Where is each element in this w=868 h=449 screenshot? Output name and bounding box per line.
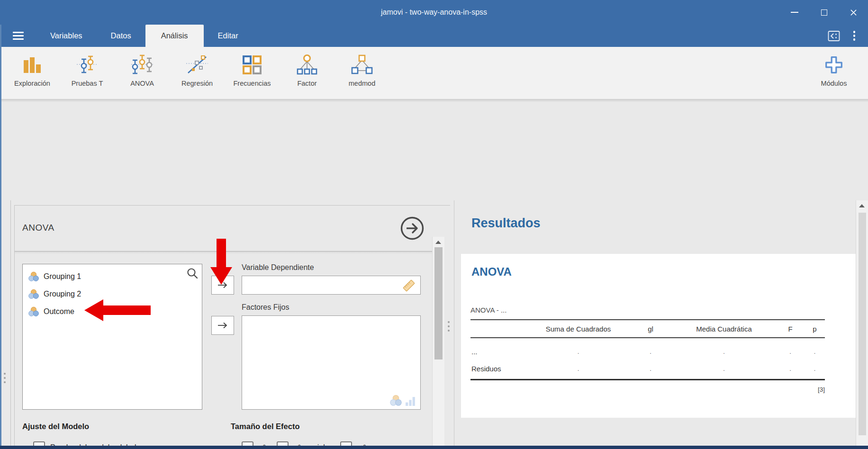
regression-icon <box>186 53 208 77</box>
options-scrollbar-thumb[interactable] <box>434 247 443 359</box>
t-test-icon <box>76 53 99 77</box>
dependent-variable-label: Variable Dependiente <box>242 263 314 272</box>
ribbon-label: Frecuencias <box>234 80 271 87</box>
variable-name: Grouping 2 <box>44 290 81 298</box>
ribbon-anova-button[interactable]: ANOVA <box>115 53 170 87</box>
jamovi-window: jamovi - two-way-anova-in-spss Variables… <box>0 0 868 449</box>
tab-analisis[interactable]: Análisis <box>145 25 204 47</box>
ribbon-label: Pruebas T <box>72 80 103 87</box>
variable-item-grouping-1[interactable]: Grouping 1 <box>23 268 202 285</box>
minimize-icon <box>791 12 798 13</box>
results-vertical-scrollbar[interactable] <box>856 200 868 449</box>
ribbon-regresion-button[interactable]: Regresión <box>170 53 225 87</box>
titlebar: jamovi - two-way-anova-in-spss <box>0 0 868 25</box>
continuous-ruler-icon <box>401 278 416 295</box>
results-toggle-icon <box>828 30 840 42</box>
close-button[interactable] <box>839 0 868 25</box>
table-header-cell: F <box>776 325 805 333</box>
table-cell: Residuos <box>470 365 527 373</box>
model-fit-heading: Ajuste del Modelo <box>22 422 89 431</box>
window-controls <box>780 0 868 25</box>
minimize-button[interactable] <box>780 0 809 25</box>
table-cell: . <box>776 365 805 372</box>
window-bottom-edge <box>0 446 868 449</box>
kebab-menu-icon <box>853 31 856 33</box>
ribbon-label: medmod <box>349 80 375 87</box>
red-annotation-arrow-left <box>84 299 151 321</box>
dependent-variable-box[interactable] <box>242 276 421 295</box>
plus-icon <box>823 53 845 77</box>
tabbar-spacer <box>253 25 823 47</box>
table-cell: . <box>629 348 672 355</box>
nominal-variable-icon <box>389 394 402 407</box>
run-circle-arrow-icon <box>399 216 425 241</box>
available-variables-list[interactable]: Grouping 1 Grouping 2 Outcome <box>22 264 202 410</box>
scroll-up-icon[interactable] <box>435 241 441 244</box>
results-title: Resultados <box>471 216 541 231</box>
fixed-factors-type-icons <box>389 394 416 407</box>
move-to-factors-button[interactable] <box>211 316 234 335</box>
panel-splitter-handle[interactable] <box>448 321 450 332</box>
ribbon-medmod-button[interactable]: medmod <box>335 53 389 87</box>
tab-variables[interactable]: Variables <box>36 25 97 47</box>
nominal-variable-icon <box>28 306 39 317</box>
effect-size-heading: Tamaño del Efecto <box>231 422 299 431</box>
main-area: ANOVA Gr <box>0 99 868 446</box>
fixed-factors-box[interactable] <box>242 315 421 410</box>
transfer-arrow-icon <box>217 322 228 329</box>
factor-tree-icon <box>296 53 318 77</box>
analyses-ribbon: Exploración Pruebas T <box>0 47 868 99</box>
anova-errorbars-icon <box>131 53 154 77</box>
table-cell: ... <box>470 348 527 356</box>
table-cell: . <box>805 365 825 372</box>
ribbon-modulos-button[interactable]: Módulos <box>806 53 861 87</box>
results-anova-heading[interactable]: ANOVA <box>471 265 512 278</box>
results-toggle-button[interactable] <box>823 25 844 47</box>
anova-table-title: ANOVA - ... <box>470 306 506 314</box>
table-row: Residuos . . . . . <box>470 360 825 377</box>
ribbon-label: Factor <box>297 80 316 87</box>
table-cell: . <box>527 365 629 372</box>
close-icon <box>850 9 857 16</box>
ribbon-label: Regresión <box>181 80 213 87</box>
ribbon-frecuencias-button[interactable]: Frecuencias <box>225 53 280 87</box>
maximize-button[interactable] <box>809 0 839 25</box>
table-row: ... . . . . . <box>470 343 825 360</box>
vertical-scrollbar-thumb[interactable] <box>859 213 866 435</box>
kebab-menu-button[interactable] <box>844 25 864 47</box>
ribbon-label: ANOVA <box>130 80 154 87</box>
scroll-up-icon[interactable] <box>859 204 865 207</box>
window-left-edge <box>0 25 1 449</box>
main-menu-button[interactable] <box>0 25 36 47</box>
table-cell: . <box>527 348 629 355</box>
hide-options-button[interactable] <box>399 216 425 241</box>
tab-bar: Variables Datos Análisis Editar <box>0 25 868 47</box>
ordinal-bars-icon <box>405 395 416 407</box>
frequencies-grid-icon <box>241 53 263 77</box>
tab-editar[interactable]: Editar <box>204 25 253 47</box>
anova-results-table: Suma de Cuadrados gl Media Cuadrática F … <box>470 319 825 393</box>
options-panel-title: ANOVA <box>22 223 54 233</box>
bar-chart-icon <box>21 53 44 77</box>
left-gutter-divider <box>10 200 11 449</box>
options-scrollbar[interactable] <box>432 237 444 449</box>
window-title: jamovi - two-way-anova-in-spss <box>0 0 868 25</box>
ribbon-factor-button[interactable]: Factor <box>280 53 335 87</box>
table-header-cell: Suma de Cuadrados <box>527 325 629 333</box>
medmod-path-icon <box>351 53 373 77</box>
ribbon-label: Exploración <box>14 80 50 87</box>
tab-datos[interactable]: Datos <box>97 25 145 47</box>
ribbon-pruebas-t-button[interactable]: Pruebas T <box>60 53 115 87</box>
ribbon-exploracion-button[interactable]: Exploración <box>5 53 60 87</box>
search-icon[interactable] <box>186 267 199 279</box>
nominal-variable-icon <box>28 288 39 300</box>
maximize-icon <box>821 9 827 16</box>
variable-name: Grouping 1 <box>44 272 81 281</box>
ribbon-label: Módulos <box>821 80 847 87</box>
table-cell: . <box>805 348 825 355</box>
left-splitter-handle[interactable] <box>4 373 6 383</box>
red-annotation-arrow-down <box>210 239 232 285</box>
table-cell: . <box>672 365 776 372</box>
table-rule-header <box>470 337 825 338</box>
nominal-variable-icon <box>28 271 39 282</box>
